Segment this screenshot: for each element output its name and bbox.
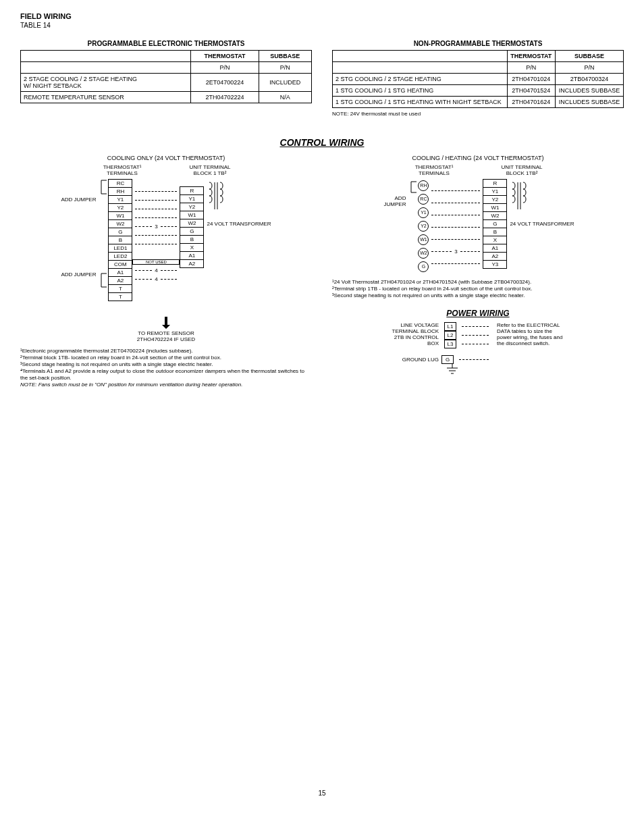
th: SUBBASE	[555, 51, 623, 62]
wire	[135, 200, 177, 201]
tables-row: PROGRAMMABLE ELECTRONIC THERMOSTATS THER…	[20, 37, 624, 117]
page-number: 15	[20, 789, 624, 797]
td: 1 STG COOLING / 1 STG HEATING WITH NIGHT…	[333, 97, 508, 108]
td: 2ET04700224	[191, 74, 259, 92]
td	[333, 62, 508, 74]
term: W1	[418, 234, 429, 245]
wire	[431, 263, 480, 264]
L3: L3	[444, 340, 456, 348]
table-b-note: NOTE: 24V thermostat must be used	[332, 111, 624, 117]
footb2: ²Terminal strip 1TB - located on relay b…	[332, 286, 624, 292]
control-wiring-title: CONTROL WIRING	[20, 137, 624, 148]
wiring-row: COOLING ONLY (24 VOLT THERMOSTAT) THERMO…	[20, 155, 624, 388]
th: THERMOSTAT	[191, 51, 259, 62]
td: P/N	[191, 62, 259, 74]
th: SUBBASE	[259, 51, 311, 62]
td: INCLUDES SUBBASE	[555, 85, 623, 97]
td: P/N	[259, 62, 311, 74]
foot1: ¹Electronic programmable thermostat 2ET0…	[20, 348, 312, 355]
diag-a-foot: ¹Electronic programmable thermostat 2ET0…	[20, 348, 312, 388]
diag-b-righthead: UNIT TERMINAL BLOCK 1TB²	[498, 164, 545, 176]
arrow-down-icon	[159, 317, 173, 329]
wire	[431, 203, 480, 203]
wire	[462, 344, 489, 344]
gnd-label: GROUND LUG	[392, 357, 439, 363]
mark-4b: 4	[155, 276, 157, 282]
left-circ-col: RH RC Y1 Y2 W1 W2 G	[418, 179, 429, 273]
wire	[431, 215, 480, 215]
transformer-a: 24 VOLT TRANSFORMER	[207, 179, 271, 227]
wire	[161, 270, 178, 271]
td: INCLUDES SUBBASE	[555, 97, 623, 108]
wire	[431, 251, 452, 252]
td	[21, 62, 191, 74]
wire	[431, 190, 480, 191]
table-a-grid: THERMOSTAT SUBBASE P/N P/N 2 STAGE COOLI…	[20, 50, 312, 103]
td: 2TH04701024	[507, 74, 555, 85]
L1: L1	[444, 322, 456, 331]
footb1: ¹24 Volt Thermostat 2TH04701024 or 2TH04…	[332, 279, 624, 286]
wire	[135, 209, 177, 209]
right-term-col-b: R Y1 Y2 W1 W2 G B X A1 A2 Y3	[483, 179, 507, 268]
th	[21, 51, 191, 62]
wire	[161, 279, 178, 280]
table-b-title: NON-PROGRAMMABLE THERMOSTATS	[332, 40, 624, 47]
foot2: ²Terminal block 1TB- located on relay bo…	[20, 355, 312, 361]
table-a-title: PROGRAMMABLE ELECTRONIC THERMOSTATS	[20, 40, 312, 47]
jumper-bracket-icon	[408, 179, 418, 219]
td: 1 STG COOLING / 1 STG HEATING	[333, 85, 508, 97]
right-term-col: R Y1 Y2 W1 W2 G B X A1 A2	[180, 186, 204, 267]
wire	[135, 217, 177, 218]
diagram-b: COOLING / HEATING (24 VOLT THERMOSTAT) T…	[332, 155, 624, 375]
td: 2TH04702224	[191, 92, 259, 103]
th: THERMOSTAT	[507, 51, 555, 62]
td: 2 STAGE COOLING / 2 STAGE HEATING W/ NIG…	[21, 74, 191, 92]
page-subtitle: TABLE 14	[20, 22, 624, 29]
txt: W/ NIGHT SETBACK	[24, 82, 82, 89]
transformer-icon	[510, 179, 527, 219]
remote-sensor-block: TO REMOTE SENSOR 2THO4702224 IF USED	[20, 317, 312, 342]
add-jumper-b: ADD JUMPER	[381, 195, 406, 207]
xfmr-label: 24 VOLT TRANSFORMER	[207, 221, 271, 227]
xfmr-label-b: 24 VOLT TRANSFORMER	[510, 221, 574, 227]
td: INCLUDED	[259, 74, 311, 92]
wire	[431, 227, 480, 228]
diag-b-foot: ¹24 Volt Thermostat 2TH04701024 or 2TH04…	[332, 279, 624, 299]
term: Y1	[418, 207, 429, 218]
td: 2TH04701524	[507, 85, 555, 97]
remote-line2: 2THO4702224 IF USED	[20, 336, 312, 342]
diag-b-top: COOLING / HEATING (24 VOLT THERMOSTAT)	[332, 155, 624, 161]
wire	[462, 335, 489, 336]
not-used-label: NOT USED	[132, 259, 180, 265]
mark-4a: 4	[155, 267, 157, 273]
th	[333, 51, 508, 62]
table-b-grid: THERMOSTAT SUBBASE P/N P/N 2 STG COOLING…	[332, 50, 624, 108]
power-left-label: LINE VOLTAGE TERMINAL BLOCK 2TB IN CONTR…	[392, 322, 439, 346]
diag-a-lefthead: THERMOSTAT¹ TERMINALS	[99, 164, 146, 176]
mark-3b: 3	[454, 249, 457, 255]
power-wiring-title: POWER WIRING	[332, 309, 624, 318]
jumper-bracket-icon	[99, 179, 108, 314]
term: T	[108, 292, 132, 301]
term: RH	[418, 180, 429, 191]
term: W2	[418, 248, 429, 259]
remote-line1: TO REMOTE SENSOR	[20, 330, 312, 336]
wire	[459, 359, 489, 360]
td: P/N	[555, 62, 623, 74]
foot4: ⁴Terminals A1 and A2 provide a relay out…	[20, 368, 312, 382]
table-a: PROGRAMMABLE ELECTRONIC THERMOSTATS THER…	[20, 37, 312, 117]
wire	[135, 235, 177, 236]
power-right-label: Refer to the ELECTRICAL DATA tables to s…	[497, 322, 564, 346]
diag-a-righthead: UNIT TERMINAL BLOCK 1 TB²	[186, 164, 234, 176]
table-b: NON-PROGRAMMABLE THERMOSTATS THERMOSTAT …	[332, 37, 624, 117]
ground-terminal: G	[441, 355, 454, 364]
mark-3: 3	[155, 224, 157, 230]
td: P/N	[507, 62, 555, 74]
footb3: ³Second stage heating is not required on…	[332, 292, 624, 299]
wire	[135, 279, 152, 280]
term: Y3	[483, 260, 507, 269]
wire	[462, 326, 489, 327]
ground-icon	[446, 364, 459, 375]
wire	[161, 226, 178, 227]
diag-b-lefthead: THERMOSTAT¹ TERMINALS	[410, 164, 458, 176]
